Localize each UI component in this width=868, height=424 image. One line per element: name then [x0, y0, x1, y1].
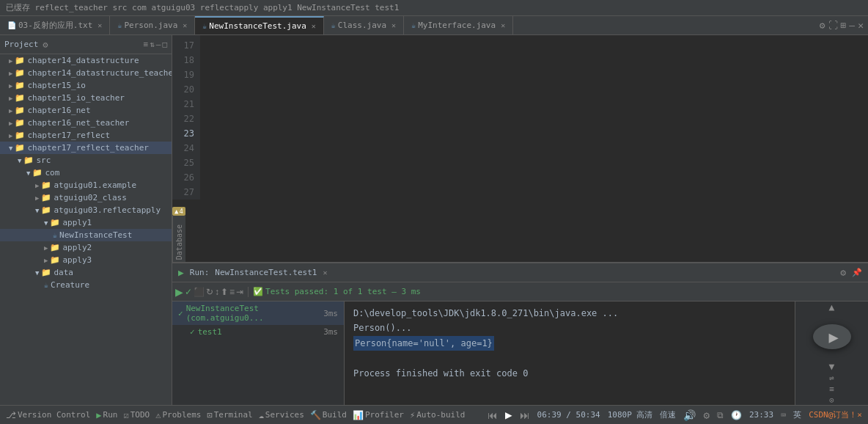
- run-tab-bar: ▶ Run: NewInstanceTest.test1 ✕ ⚙ 📌: [172, 263, 868, 282]
- file-tab-person[interactable]: ☕ Person.java ✕: [110, 16, 195, 34]
- profiler-label: Profiler: [365, 410, 404, 420]
- play-button-big[interactable]: ▶: [813, 324, 851, 349]
- tree-item-apply3[interactable]: ▶📁apply3: [0, 254, 172, 266]
- tree-item-chapter15io[interactable]: ▶📁chapter15_io: [0, 79, 172, 92]
- sidebar-cog-icon[interactable]: ⚙: [43, 40, 48, 50]
- run-item-newinstancetest[interactable]: ✓ NewInstanceTest (com.atguigu0... 3ms: [172, 301, 344, 325]
- settings-icon[interactable]: ⚙: [820, 20, 825, 31]
- tree-item-src[interactable]: ▼📁src: [0, 154, 172, 167]
- build-icon: 🔨: [310, 410, 321, 420]
- tab-close-class[interactable]: ✕: [391, 21, 396, 29]
- tree-item-chapter15iot[interactable]: ▶📁chapter15_io_teacher: [0, 92, 172, 104]
- tab-close-myinterface[interactable]: ✕: [501, 21, 505, 29]
- code-content[interactable]: Class clazz = Person.class; //创建Person类的…: [172, 200, 868, 205]
- tree-item-com[interactable]: ▼📁com: [0, 167, 172, 179]
- video-play-icon[interactable]: ▶: [505, 408, 512, 422]
- tree-item-creature[interactable]: ☕Creature: [0, 279, 172, 291]
- status-bar: ⎇ Version Control ▶ Run ☑ TODO ⚠ Problem…: [0, 405, 868, 424]
- tree-item-chapter16net[interactable]: ▶📁chapter16_net: [0, 104, 172, 117]
- tree-item-data[interactable]: ▼📁data: [0, 266, 172, 279]
- problems-icon: ⚠: [155, 410, 161, 420]
- run-content: ✓ NewInstanceTest (com.atguigu0... 3ms ✓…: [172, 301, 868, 405]
- java-icon-person: ☕: [117, 21, 122, 29]
- sidebar-align-icon[interactable]: ≡: [144, 40, 149, 49]
- autobuild-icon: ⚡: [410, 410, 415, 420]
- sidebar-close-icon[interactable]: □: [162, 40, 167, 49]
- tab-close-newinstancetest[interactable]: ✕: [312, 22, 316, 30]
- run-rerun-btn[interactable]: ▶: [175, 286, 183, 298]
- tree-item-chapter17r[interactable]: ▶📁chapter17_reflect: [0, 129, 172, 142]
- tab-close-txt[interactable]: ✕: [98, 21, 102, 29]
- scroll-more-icon[interactable]: ≡: [829, 384, 834, 394]
- java-icon-newinstancetest: ☕: [202, 22, 207, 30]
- tab-close-person[interactable]: ✕: [183, 21, 187, 29]
- status-services[interactable]: ☁ Services: [259, 410, 304, 420]
- file-tab-class[interactable]: ☕ Class.java ✕: [324, 16, 404, 34]
- file-tab-txt[interactable]: 📄 03-反射的应用.txt ✕: [0, 16, 110, 34]
- video-volume-icon[interactable]: 🔊: [683, 409, 696, 421]
- scroll-down-icon[interactable]: ▼: [829, 361, 835, 372]
- status-autobuild[interactable]: ⚡ Auto-build: [410, 410, 465, 420]
- video-speed[interactable]: 倍速: [660, 409, 676, 420]
- lang-label[interactable]: 英: [793, 409, 801, 420]
- services-icon: ☁: [259, 410, 264, 420]
- status-profiler[interactable]: 📊 Profiler: [353, 410, 404, 420]
- run-icon[interactable]: ▶: [178, 267, 184, 278]
- video-pip-icon[interactable]: ⧉: [717, 410, 724, 420]
- tree-item-atguigu01[interactable]: ▶📁atguigu01.example: [0, 179, 172, 191]
- profiler-icon: 📊: [353, 410, 364, 420]
- run-expand-btn[interactable]: ≡: [229, 287, 235, 297]
- tree-item-atguigu03[interactable]: ▼📁atguigu03.reflectapply: [0, 204, 172, 216]
- tree-item-newinstancetest[interactable]: ☕NewInstanceTest: [0, 229, 172, 241]
- scroll-up-icon[interactable]: ▲: [829, 301, 835, 312]
- tree-item-apply2[interactable]: ▶📁apply2: [0, 241, 172, 254]
- run-stop-btn[interactable]: ⬛: [194, 287, 205, 297]
- run-check-btn[interactable]: ✓: [185, 287, 192, 297]
- run-output[interactable]: D:\develop_tools\JDK\jdk1.8.0_271\bin\ja…: [345, 301, 795, 405]
- line-24: 24: [172, 141, 194, 156]
- status-build[interactable]: 🔨 Build: [310, 410, 347, 420]
- video-settings-icon[interactable]: ⚙: [703, 409, 709, 421]
- status-todo[interactable]: ☑ TODO: [123, 410, 150, 420]
- terminal-icon: ⊡: [207, 410, 212, 420]
- status-vcs[interactable]: ⎇ Version Control: [6, 410, 90, 420]
- video-prev-icon[interactable]: ⏮: [488, 409, 498, 421]
- database-panel-tab[interactable]: Database: [175, 222, 183, 262]
- status-terminal[interactable]: ⊡ Terminal: [207, 410, 252, 420]
- tree-item-atguigu02[interactable]: ▶📁atguigu02_class: [0, 191, 172, 204]
- status-problems[interactable]: ⚠ Problems: [155, 410, 201, 420]
- line-18: 18: [172, 53, 194, 67]
- run-pin-icon[interactable]: 📌: [852, 268, 862, 277]
- run-tab-close[interactable]: ✕: [323, 268, 327, 277]
- run-indent-btn[interactable]: ⇥: [236, 287, 243, 297]
- close-panel-icon[interactable]: ✕: [858, 20, 864, 31]
- run-step-btn[interactable]: ↻: [206, 287, 213, 297]
- status-run[interactable]: ▶ Run: [96, 410, 117, 420]
- video-next-icon[interactable]: ⏭: [520, 409, 530, 421]
- run-settings-icon[interactable]: ⚙: [840, 267, 846, 278]
- video-quality[interactable]: 1080P 高清: [608, 409, 653, 420]
- scroll-pin-icon[interactable]: ⊙: [829, 395, 834, 405]
- run-test-label[interactable]: NewInstanceTest.test1: [215, 268, 317, 277]
- csdn-label[interactable]: CSDN@订当！×: [809, 409, 862, 420]
- tree-item-apply1[interactable]: ▼📁apply1: [0, 216, 172, 229]
- code-editor[interactable]: 17 18 19 20 21 22 23 24 25 26 27: [172, 35, 868, 262]
- scroll-wrap-icon[interactable]: ⇌: [829, 373, 834, 383]
- line-23: 23: [172, 126, 194, 141]
- tree-item-chapter17rt[interactable]: ▼📁chapter17_reflect_teacher: [0, 142, 172, 154]
- keyboard-icon[interactable]: ⌨: [781, 410, 786, 420]
- run-sort-btn[interactable]: ↕: [215, 287, 219, 297]
- file-tab-newinstancetest[interactable]: ☕ NewInstanceTest.java ✕: [195, 16, 324, 34]
- run-status-icon: ▶: [96, 410, 101, 420]
- sidebar-sort-icon[interactable]: ⇅: [150, 40, 155, 49]
- tree-item-chapter16nett[interactable]: ▶📁chapter16_net_teacher: [0, 117, 172, 129]
- expand-icon[interactable]: ⛶: [828, 20, 838, 31]
- run-item-test1[interactable]: ✓ test1 3ms: [172, 325, 344, 339]
- tree-item-chapter14dst[interactable]: ▶📁chapter14_datastructure_teacher: [0, 67, 172, 79]
- tree-item-chapter14ds[interactable]: ▶📁chapter14_datastructure: [0, 54, 172, 67]
- split-icon[interactable]: ⊞: [841, 20, 847, 31]
- sidebar-collapse-icon[interactable]: –: [156, 40, 161, 49]
- run-sort2-btn[interactable]: ⬆: [221, 287, 228, 297]
- file-tab-myinterface[interactable]: ☕ MyInterface.java ✕: [404, 16, 513, 34]
- minus-icon[interactable]: –: [849, 20, 855, 31]
